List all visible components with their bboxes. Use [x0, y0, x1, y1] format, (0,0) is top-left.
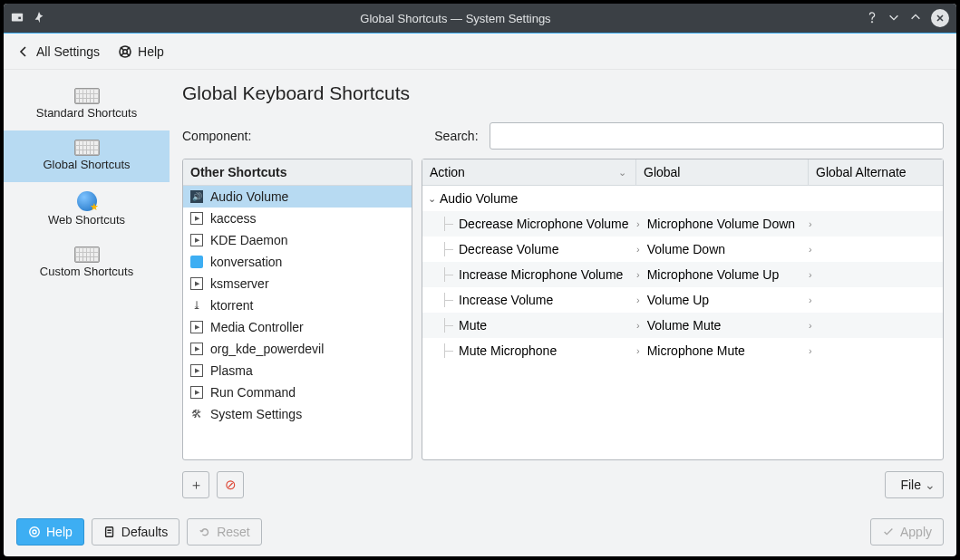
- component-row[interactable]: org_kde_powerdevil: [183, 338, 412, 360]
- sidebar-item-label: Custom Shortcuts: [40, 265, 133, 278]
- component-row[interactable]: kaccess: [183, 208, 412, 229]
- tree-group-header[interactable]: ⌄ Audio Volume: [422, 186, 943, 211]
- close-button[interactable]: [931, 9, 949, 27]
- component-label: kaccess: [210, 211, 257, 226]
- action-row[interactable]: Mute Microphone›Microphone Mute›: [422, 338, 943, 363]
- globe-icon: [77, 191, 97, 211]
- component-list[interactable]: Other Shortcuts Audio VolumekaccessKDE D…: [182, 159, 412, 460]
- chevron-right-icon: ›: [636, 218, 642, 229]
- sidebar-item-label: Global Shortcuts: [43, 158, 130, 171]
- app-icon: [190, 386, 203, 399]
- svg-rect-1: [18, 16, 22, 20]
- content: Standard ShortcutsGlobal ShortcutsWeb Sh…: [4, 70, 956, 507]
- global-shortcut: Volume Up: [647, 293, 709, 307]
- chevron-right-icon: ›: [809, 269, 814, 280]
- action-panel: Action ⌄ Global Global Alternate ⌄ Audio…: [422, 159, 944, 460]
- chevron-right-icon: ›: [809, 345, 814, 356]
- sidebar: Standard ShortcutsGlobal ShortcutsWeb Sh…: [4, 70, 170, 507]
- column-alternate[interactable]: Global Alternate: [809, 159, 943, 185]
- component-label: Run Command: [210, 385, 296, 400]
- component-label: org_kde_powerdevil: [210, 342, 324, 356]
- action-name: Mute Microphone: [459, 343, 557, 358]
- chevron-down-icon: ⌄: [618, 167, 628, 179]
- component-row[interactable]: Audio Volume: [183, 186, 412, 208]
- toolbar-help-label: Help: [138, 44, 164, 59]
- action-row[interactable]: Increase Volume›Volume Up›: [422, 287, 943, 313]
- app-icon: [190, 234, 203, 246]
- action-body: ⌄ Audio Volume Decrease Microphone Volum…: [422, 186, 943, 363]
- sidebar-item-custom-shortcuts[interactable]: Custom Shortcuts: [4, 237, 170, 289]
- minimize-icon[interactable]: [887, 11, 900, 26]
- component-row[interactable]: ⤓ktorrent: [183, 294, 412, 316]
- component-label: Audio Volume: [210, 189, 288, 204]
- toolbar: All Settings Help: [4, 34, 956, 70]
- back-all-settings[interactable]: All Settings: [16, 44, 100, 59]
- component-label: Plasma: [210, 363, 253, 378]
- reset-button-label: Reset: [217, 525, 250, 539]
- search-label: Search:: [434, 129, 478, 143]
- maximize-icon[interactable]: [909, 11, 922, 26]
- keyboard-icon: [74, 88, 100, 104]
- component-label: Media Controller: [210, 320, 304, 334]
- help-icon[interactable]: [866, 11, 878, 26]
- action-name: Decrease Volume: [459, 242, 559, 256]
- keyboard-icon: [74, 246, 100, 263]
- svg-rect-7: [105, 527, 112, 537]
- component-row[interactable]: Media Controller: [183, 316, 412, 338]
- component-row[interactable]: Plasma: [183, 360, 412, 381]
- search-input[interactable]: [490, 122, 944, 150]
- help-button[interactable]: Help: [16, 518, 84, 546]
- component-label: Component:: [182, 129, 251, 143]
- sidebar-item-web-shortcuts[interactable]: Web Shortcuts: [4, 182, 170, 237]
- chat-icon: [190, 256, 203, 268]
- action-row[interactable]: Decrease Volume›Volume Down›: [422, 237, 943, 262]
- component-label: ktorrent: [210, 298, 253, 313]
- chevron-right-icon: ›: [636, 320, 642, 331]
- footer: Help Defaults Reset Apply: [4, 507, 956, 556]
- chevron-right-icon: ›: [809, 294, 814, 305]
- reset-button[interactable]: Reset: [187, 518, 262, 546]
- defaults-button[interactable]: Defaults: [92, 518, 179, 546]
- chevron-right-icon: ›: [636, 345, 642, 356]
- sidebar-item-label: Web Shortcuts: [48, 213, 125, 227]
- component-row[interactable]: 🛠System Settings: [183, 403, 412, 425]
- action-row[interactable]: Decrease Microphone Volume›Microphone Vo…: [422, 211, 943, 237]
- action-row[interactable]: Mute›Volume Mute›: [422, 313, 943, 338]
- component-row[interactable]: Run Command: [183, 381, 412, 403]
- component-label: System Settings: [210, 407, 302, 421]
- global-shortcut: Volume Down: [647, 242, 725, 256]
- action-name: Increase Microphone Volume: [459, 267, 623, 282]
- file-menu-button[interactable]: File: [885, 471, 944, 498]
- defaults-button-label: Defaults: [121, 525, 168, 539]
- global-shortcut: Microphone Volume Down: [647, 217, 795, 231]
- app-icon: [190, 321, 203, 333]
- global-shortcut: Microphone Mute: [647, 343, 745, 358]
- window-title: Global Shortcuts — System Settings: [45, 12, 866, 25]
- lists: Other Shortcuts Audio VolumekaccessKDE D…: [182, 159, 944, 460]
- column-action-label: Action: [430, 165, 465, 179]
- sidebar-item-standard-shortcuts[interactable]: Standard Shortcuts: [4, 79, 170, 130]
- svg-point-6: [33, 530, 36, 534]
- global-shortcut: Volume Mute: [647, 318, 722, 333]
- remove-component-button[interactable]: ⊘: [217, 471, 244, 498]
- action-row[interactable]: Increase Microphone Volume›Microphone Vo…: [422, 262, 943, 287]
- apply-button[interactable]: Apply: [870, 518, 944, 546]
- component-row[interactable]: ksmserver: [183, 273, 412, 294]
- column-action[interactable]: Action ⌄: [422, 159, 636, 185]
- pin-icon[interactable]: [33, 11, 45, 26]
- keyboard-icon: [74, 140, 100, 156]
- titlebar: Global Shortcuts — System Settings: [4, 4, 956, 33]
- sidebar-item-label: Standard Shortcuts: [36, 106, 137, 120]
- add-component-button[interactable]: ＋: [182, 471, 209, 498]
- undo-icon: [199, 526, 211, 538]
- sidebar-item-global-shortcuts[interactable]: Global Shortcuts: [4, 130, 170, 182]
- toolbar-help[interactable]: Help: [118, 44, 164, 59]
- under-row: ＋ ⊘ File: [182, 471, 944, 498]
- chevron-right-icon: ›: [809, 244, 814, 255]
- app-icon: [190, 364, 203, 377]
- all-settings-label: All Settings: [36, 44, 100, 59]
- component-row[interactable]: KDE Daemon: [183, 229, 412, 251]
- chevron-right-icon: ›: [636, 269, 642, 280]
- component-row[interactable]: konversation: [183, 251, 412, 273]
- column-global[interactable]: Global: [636, 159, 809, 185]
